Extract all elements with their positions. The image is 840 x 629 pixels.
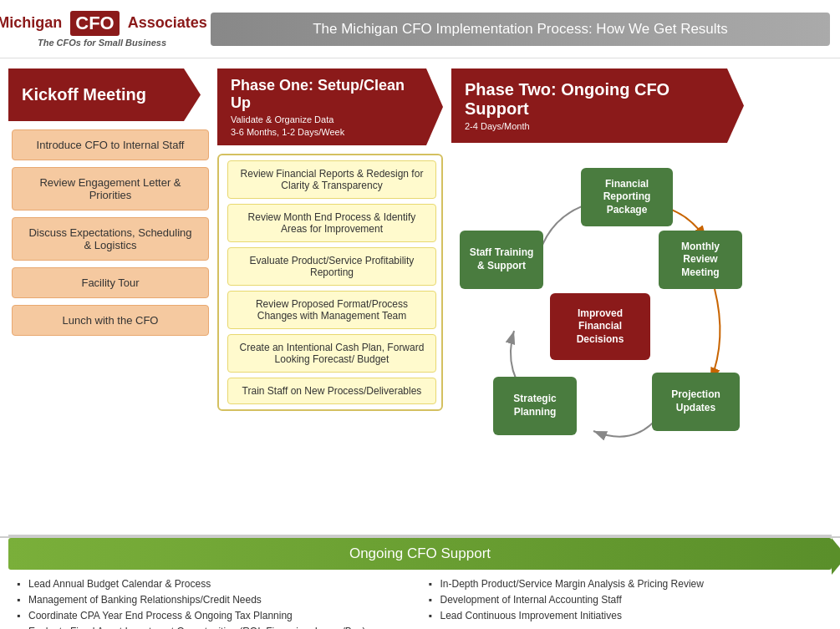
- kickoff-item-2: Review Engagement Letter & Priorities: [12, 167, 209, 211]
- phase-two-header: Phase Two: Ongoing CFO Support 2-4 Days/…: [451, 68, 744, 143]
- phase-one-header: Phase One: Setup/Clean Up Validate & Org…: [217, 68, 443, 145]
- logo-tagline: The CFOs for Small Business: [38, 38, 166, 48]
- ongoing-right-col: In-Depth Product/Service Margin Analysis…: [429, 578, 824, 629]
- projection-updates-box: Projection Updates: [652, 373, 740, 431]
- kickoff-items: Introduce CFO to Internal Staff Review E…: [8, 129, 209, 336]
- phase-one-item-4: Review Proposed Format/Process Changes w…: [227, 291, 436, 329]
- ongoing-left-col: Lead Annual Budget Calendar & Process Ma…: [17, 578, 412, 629]
- ongoing-left-item-2: Management of Banking Relationships/Cred…: [17, 594, 412, 606]
- phase-one-item-6: Train Staff on New Process/Deliverables: [227, 378, 436, 404]
- phase-two-subtitle: 2-4 Days/Month: [465, 121, 719, 131]
- monthly-review-box: Monthly Review Meeting: [659, 231, 742, 289]
- kickoff-column: Kickoff Meeting Introduce CFO to Interna…: [8, 68, 209, 525]
- phase-one-border: Review Financial Reports & Redesign for …: [217, 154, 443, 411]
- logo-area: Michigan CFO Associates The CFOs for Sma…: [10, 11, 194, 48]
- kickoff-header: Kickoff Meeting: [8, 68, 201, 121]
- logo-michigan-text: Michigan: [0, 14, 62, 32]
- ongoing-content: Lead Annual Budget Calendar & Process Ma…: [8, 578, 832, 629]
- ongoing-right-item-3: Lead Continuous Improvement Initiatives: [429, 610, 824, 621]
- phase-one-item-3: Evaluate Product/Service Profitability R…: [227, 247, 436, 286]
- kickoff-item-3: Discuss Expectations, Scheduling & Logis…: [12, 217, 209, 261]
- phase-one-column: Phase One: Setup/Clean Up Validate & Org…: [217, 68, 443, 525]
- phase-one-item-2: Review Month End Process & Identify Area…: [227, 204, 436, 242]
- phase-one-subtitle-1: Validate & Organize Data: [231, 114, 418, 124]
- ongoing-right-item-2: Development of Internal Accounting Staff: [429, 594, 824, 606]
- phase-one-subtitle-2: 3-6 Months, 1-2 Days/Week: [231, 127, 418, 137]
- ongoing-left-item-1: Lead Annual Budget Calendar & Process: [17, 578, 412, 590]
- bottom-section: Ongoing CFO Support Lead Annual Budget C…: [0, 536, 840, 629]
- ongoing-header-wrapper: Ongoing CFO Support: [8, 538, 832, 570]
- kickoff-item-5: Lunch with the CFO: [12, 305, 209, 336]
- ongoing-left-item-4: Evaluate Fixed Asset Investment Opportun…: [17, 626, 412, 629]
- logo-cfo-text: CFO: [70, 11, 119, 36]
- phase-two-column: Phase Two: Ongoing CFO Support 2-4 Days/…: [451, 68, 832, 525]
- cycle-diagram: Financial Reporting Package Monthly Revi…: [451, 155, 752, 506]
- header-title: The Michigan CFO Implementation Process:…: [227, 21, 813, 38]
- main-content: Kickoff Meeting Introduce CFO to Interna…: [0, 58, 840, 535]
- logo-associates-text: Associates: [128, 14, 207, 32]
- logo-main: Michigan CFO Associates: [0, 11, 207, 36]
- ongoing-left-item-3: Coordinate CPA Year End Process & Ongoin…: [17, 610, 412, 621]
- ongoing-header: Ongoing CFO Support: [8, 538, 832, 570]
- ongoing-right-item-1: In-Depth Product/Service Margin Analysis…: [429, 578, 824, 590]
- staff-training-box: Staff Training & Support: [460, 231, 543, 289]
- kickoff-item-1: Introduce CFO to Internal Staff: [12, 129, 209, 160]
- header-title-bar: The Michigan CFO Implementation Process:…: [211, 13, 830, 46]
- header: Michigan CFO Associates The CFOs for Sma…: [0, 0, 840, 58]
- phase-one-items: Review Financial Reports & Redesign for …: [224, 160, 436, 404]
- phase-one-item-5: Create an Intentional Cash Plan, Forward…: [227, 334, 436, 373]
- improved-financial-box: Improved Financial Decisions: [550, 293, 650, 360]
- strategic-planning-box: Strategic Planning: [493, 377, 577, 435]
- header-arrow-right: [832, 538, 840, 575]
- logo-tagline-italic: Small: [99, 38, 123, 48]
- kickoff-item-4: Facility Tour: [12, 267, 209, 298]
- financial-reporting-box: Financial Reporting Package: [581, 168, 673, 226]
- phase-one-item-1: Review Financial Reports & Redesign for …: [227, 160, 436, 199]
